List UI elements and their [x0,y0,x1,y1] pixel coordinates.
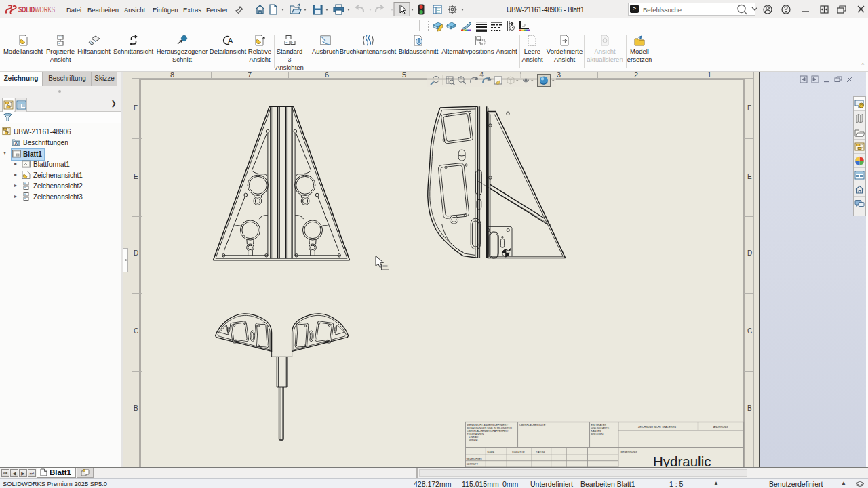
svg-text:DATUM: DATUM [536,451,545,454]
svg-text:WENN NICHT ANDERS DEFINIERT:: WENN NICHT ANDERS DEFINIERT: [467,424,509,426]
svg-text:BEMASSUNGEN SIND IN MILLIMETER: BEMASSUNGEN SIND IN MILLIMETER [467,427,513,430]
svg-text:UND SCHARFE: UND SCHARFE [591,427,610,430]
svg-text:OBERFLÄCHENGÜTE:: OBERFLÄCHENGÜTE: [519,424,546,426]
svg-text:SOLIDWORKS: SOLIDWORKS [18,5,55,14]
svg-text:GEZEICHNET: GEZEICHNET [467,458,484,460]
svg-text:SIGNATUR: SIGNATUR [512,451,525,454]
svg-text:GEPRÜFT: GEPRÜFT [467,463,479,466]
svg-text:NAME: NAME [488,451,495,454]
svg-text:ENTGRATEN: ENTGRATEN [591,424,607,426]
svg-text:WINKEL:: WINKEL: [469,439,479,442]
svg-text:ÄNDERUNG: ÄNDERUNG [713,426,728,428]
svg-text:OBERFLÄCHENBESCHAFFENHEIT:: OBERFLÄCHENBESCHAFFENHEIT: [467,430,509,432]
svg-text:A: A [15,141,18,146]
svg-text:BRECHEN: BRECHEN [591,433,604,436]
svg-text:LINEAR:: LINEAR: [469,436,479,439]
svg-text:Hydraulic: Hydraulic [653,453,711,467]
svg-text:ZEICHNUNG NICHT SKALIEREN: ZEICHNUNG NICHT SKALIEREN [638,426,676,428]
svg-text:BENENNUNG:: BENENNUNG: [621,451,638,453]
svg-text:KANTEN: KANTEN [591,430,601,432]
svg-text:TOLERANZEN:: TOLERANZEN: [467,433,485,436]
